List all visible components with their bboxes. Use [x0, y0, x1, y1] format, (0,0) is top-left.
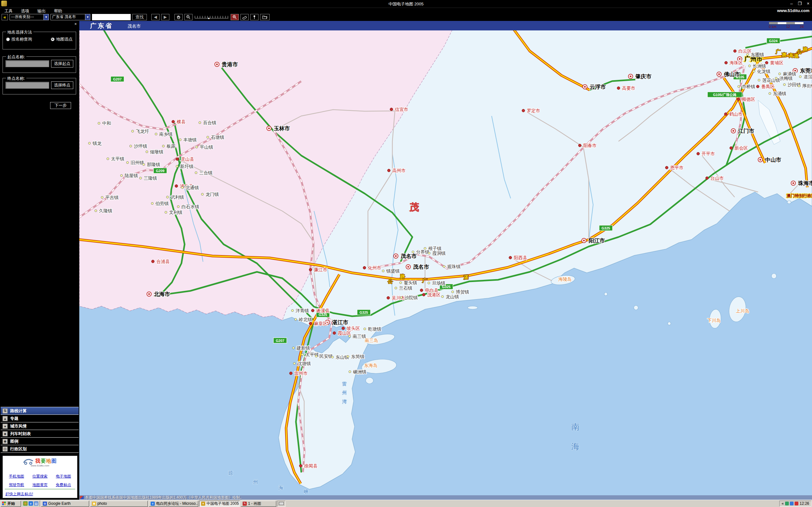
sidebar-item-route[interactable]: ⇅路线计算: [1, 407, 79, 415]
scale-label-2: 24: [800, 25, 804, 29]
minimize-button[interactable]: –: [790, 1, 793, 6]
region-dropdown[interactable]: 广东省 茂名市 ▼: [50, 14, 90, 20]
task-button-map[interactable]: ♦中国电子地图 2005: [199, 501, 240, 507]
map-label: 三隆镇: [144, 176, 157, 181]
task-button-paint[interactable]: ✎1 - 画图: [241, 501, 276, 507]
pan-hand-icon[interactable]: [174, 14, 183, 20]
task-label: 1 - 画图: [248, 501, 261, 506]
radio-dot[interactable]: [6, 38, 10, 41]
zoom-out-icon[interactable]: [184, 14, 193, 20]
promo-link-0[interactable]: 手机地图: [5, 474, 28, 479]
restore-button[interactable]: ❐: [798, 1, 802, 6]
task-label: 中国电子地图 2005: [206, 501, 239, 506]
method-radio-1[interactable]: 地图选点: [51, 37, 72, 42]
road-badge-label: G324: [769, 39, 778, 43]
map-label: 沙院镇: [404, 295, 418, 300]
promo-cta-link[interactable]: 赶快上网去标点!: [5, 492, 33, 497]
town-marker: [101, 196, 103, 199]
map-label: 中山市: [765, 157, 781, 163]
promo-link-3[interactable]: 驾驶导航: [5, 482, 28, 488]
map-label: 海陵岛: [558, 277, 571, 282]
promo-link-2[interactable]: 电子地图: [52, 474, 75, 479]
radio-label: 按名称查询: [11, 37, 32, 42]
sidebar-item-admin[interactable]: ◎行政区划: [1, 445, 79, 453]
map-label: 南三岛: [365, 338, 378, 343]
close-button[interactable]: ×: [807, 1, 809, 6]
media-player-icon[interactable]: [23, 501, 28, 506]
promo-link-4[interactable]: 地图黄页: [28, 482, 52, 488]
tray-icon-0[interactable]: [785, 502, 789, 505]
task-button-ie[interactable]: e电白同乡论坛 - Microso...: [149, 501, 198, 507]
zoom-in-icon[interactable]: [231, 14, 239, 20]
category-dropdown[interactable]: ---所有类别--- ▼: [9, 14, 49, 20]
sidebar-item-topic[interactable]: ▲专题: [1, 415, 79, 422]
map-svg[interactable]: G325G325G325G325G207G207G209G105G324G105…: [79, 21, 812, 495]
method-radio-0[interactable]: 按名称查询: [6, 37, 32, 42]
search-input[interactable]: [92, 14, 131, 20]
start-name-input[interactable]: [5, 60, 49, 67]
map-label: 那隆镇: [147, 162, 160, 167]
city-marker-dot: [629, 75, 631, 77]
town-marker: [747, 54, 749, 56]
toolbar: « ---所有类别--- ▼ 广东省 茂名市 ▼ 查找 ◀ ▶ ▲: [0, 13, 812, 21]
town-marker: [295, 319, 297, 321]
pushpin-icon[interactable]: [250, 14, 258, 20]
end-name-input[interactable]: [5, 82, 49, 89]
map-label: 白石水镇: [182, 204, 199, 209]
end-legend: 终点名称:: [6, 76, 26, 81]
chevron-down-icon[interactable]: ▼: [85, 14, 90, 20]
tray-icon-2[interactable]: [795, 502, 798, 505]
measure-ruler-icon[interactable]: [241, 14, 249, 20]
island: [366, 377, 373, 384]
town-marker: [143, 164, 145, 166]
tray-chevron-icon[interactable]: «: [781, 501, 784, 506]
highway-name-char: 广: [422, 278, 427, 283]
system-tray: « 12:26: [779, 501, 811, 507]
map-label: 东海岛: [364, 363, 377, 368]
chevron-down-icon[interactable]: ▼: [44, 14, 49, 20]
zoom-slider-thumb[interactable]: ▲: [207, 16, 210, 20]
promo-link-1[interactable]: 位置搜索: [28, 474, 52, 479]
logo-site: www.51ditu.com: [3, 464, 77, 467]
town-marker: [130, 145, 132, 147]
map-label: 分界镇: [416, 249, 429, 255]
scale-bar: 0 km1224: [769, 22, 804, 29]
choose-end-button[interactable]: 选择终点: [51, 81, 73, 89]
county-marker: [757, 85, 759, 88]
promo-link-5[interactable]: 免费标点: [52, 482, 75, 488]
end-fieldset: 终点名称: 选择终点: [3, 78, 76, 95]
task-label: Google Earth: [48, 501, 71, 506]
internet-explorer-icon[interactable]: e: [29, 501, 33, 506]
find-button[interactable]: 查找: [132, 14, 147, 20]
language-bar[interactable]: [277, 501, 286, 507]
website-link[interactable]: www.51ditu.com: [777, 8, 809, 13]
prev-button[interactable]: ◀: [151, 14, 159, 20]
back-button[interactable]: «: [2, 14, 8, 20]
zoom-slider-ticks: [195, 16, 229, 18]
county-marker: [176, 158, 179, 161]
open-folder-icon[interactable]: [260, 14, 270, 20]
paint-icon: ✎: [243, 502, 247, 506]
map-label: 江门市: [738, 128, 754, 134]
map-label: 龙门镇: [206, 192, 219, 197]
next-button[interactable]: ▶: [161, 14, 169, 20]
next-step-button[interactable]: 下一步: [50, 102, 71, 109]
map-canvas[interactable]: G325G325G325G325G207G207G209G105G324G105…: [79, 21, 812, 495]
status-bar: 本图中国国界线系依据中国地图出版社1989年出版的1:400万《中华人民共和国地…: [79, 495, 812, 500]
start-button[interactable]: 开始: [1, 501, 21, 507]
task-button-globe[interactable]: ◍Google Earth: [41, 501, 89, 507]
map-label: 道滘镇: [803, 74, 812, 79]
panel-close-icon[interactable]: ×: [74, 21, 77, 26]
road-badge-label: G325: [602, 226, 610, 230]
sidebar-item-legend[interactable]: ◆图例: [1, 438, 79, 445]
map-label: 南三镇: [353, 334, 366, 339]
city-marker-dot: [268, 127, 270, 129]
task-button-folder[interactable]: ▣photo: [90, 501, 148, 507]
zoom-slider[interactable]: ▲: [194, 14, 229, 20]
sidebar-item-train[interactable]: ■列车时刻表: [1, 430, 79, 438]
radio-dot[interactable]: [51, 38, 55, 41]
tray-icon-1[interactable]: [790, 502, 794, 505]
sidebar-item-city[interactable]: ●城市风情: [1, 422, 79, 430]
choose-start-button[interactable]: 选择起点: [51, 60, 73, 67]
outlook-icon[interactable]: ▤: [34, 501, 38, 506]
